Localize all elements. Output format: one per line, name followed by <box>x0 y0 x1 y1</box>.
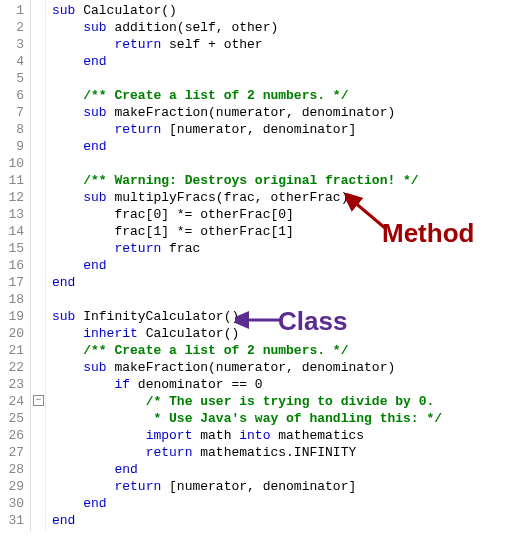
line-number: 14 <box>2 223 24 240</box>
code-line[interactable]: end <box>52 512 442 529</box>
code-line[interactable]: return self + other <box>52 36 442 53</box>
line-number: 4 <box>2 53 24 70</box>
line-number: 27 <box>2 444 24 461</box>
line-number: 12 <box>2 189 24 206</box>
line-number: 3 <box>2 36 24 53</box>
code-line[interactable]: /** Create a list of 2 numbers. */ <box>52 342 442 359</box>
code-line[interactable]: end <box>52 257 442 274</box>
code-line[interactable]: /** Warning: Destroys original fraction!… <box>52 172 442 189</box>
fold-gutter: − <box>31 0 46 531</box>
code-line[interactable]: end <box>52 274 442 291</box>
code-line[interactable]: end <box>52 461 442 478</box>
code-editor: 1234567891011121314151617181920212223242… <box>0 0 529 531</box>
line-number: 5 <box>2 70 24 87</box>
code-line[interactable]: sub multiplyFracs(frac, otherFrac) <box>52 189 442 206</box>
line-number: 30 <box>2 495 24 512</box>
line-number: 7 <box>2 104 24 121</box>
code-line[interactable]: return mathematics.INFINITY <box>52 444 442 461</box>
line-number: 11 <box>2 172 24 189</box>
line-number: 9 <box>2 138 24 155</box>
code-line[interactable]: import math into mathematics <box>52 427 442 444</box>
code-line[interactable] <box>52 291 442 308</box>
code-line[interactable]: sub makeFraction(numerator, denominator) <box>52 104 442 121</box>
fold-toggle-icon[interactable]: − <box>33 395 44 406</box>
line-number: 13 <box>2 206 24 223</box>
code-line[interactable]: return frac <box>52 240 442 257</box>
code-line[interactable]: inherit Calculator() <box>52 325 442 342</box>
line-number: 10 <box>2 155 24 172</box>
line-number: 20 <box>2 325 24 342</box>
line-number: 18 <box>2 291 24 308</box>
line-number: 24 <box>2 393 24 410</box>
line-number: 17 <box>2 274 24 291</box>
code-area[interactable]: sub Calculator() sub addition(self, othe… <box>46 0 442 531</box>
code-line[interactable]: end <box>52 495 442 512</box>
line-number: 1 <box>2 2 24 19</box>
line-number: 31 <box>2 512 24 529</box>
code-line[interactable]: frac[0] *= otherFrac[0] <box>52 206 442 223</box>
line-number: 15 <box>2 240 24 257</box>
code-line[interactable]: end <box>52 138 442 155</box>
line-number: 6 <box>2 87 24 104</box>
code-line[interactable]: * Use Java's way of handling this: */ <box>52 410 442 427</box>
line-number: 26 <box>2 427 24 444</box>
code-line[interactable]: frac[1] *= otherFrac[1] <box>52 223 442 240</box>
line-number: 8 <box>2 121 24 138</box>
line-number: 19 <box>2 308 24 325</box>
line-number: 28 <box>2 461 24 478</box>
code-line[interactable]: end <box>52 53 442 70</box>
line-number: 22 <box>2 359 24 376</box>
line-number: 25 <box>2 410 24 427</box>
line-number: 29 <box>2 478 24 495</box>
code-line[interactable] <box>52 155 442 172</box>
code-line[interactable]: sub InfinityCalculator() <box>52 308 442 325</box>
code-line[interactable] <box>52 70 442 87</box>
line-number-gutter: 1234567891011121314151617181920212223242… <box>0 0 31 531</box>
code-line[interactable]: sub addition(self, other) <box>52 19 442 36</box>
code-line[interactable]: /* The user is trying to divide by 0. <box>52 393 442 410</box>
code-line[interactable]: sub makeFraction(numerator, denominator) <box>52 359 442 376</box>
line-number: 2 <box>2 19 24 36</box>
line-number: 21 <box>2 342 24 359</box>
code-line[interactable]: return [numerator, denominator] <box>52 478 442 495</box>
line-number: 23 <box>2 376 24 393</box>
code-line[interactable]: sub Calculator() <box>52 2 442 19</box>
line-number: 16 <box>2 257 24 274</box>
code-line[interactable]: return [numerator, denominator] <box>52 121 442 138</box>
code-line[interactable]: /** Create a list of 2 numbers. */ <box>52 87 442 104</box>
code-line[interactable]: if denominator == 0 <box>52 376 442 393</box>
